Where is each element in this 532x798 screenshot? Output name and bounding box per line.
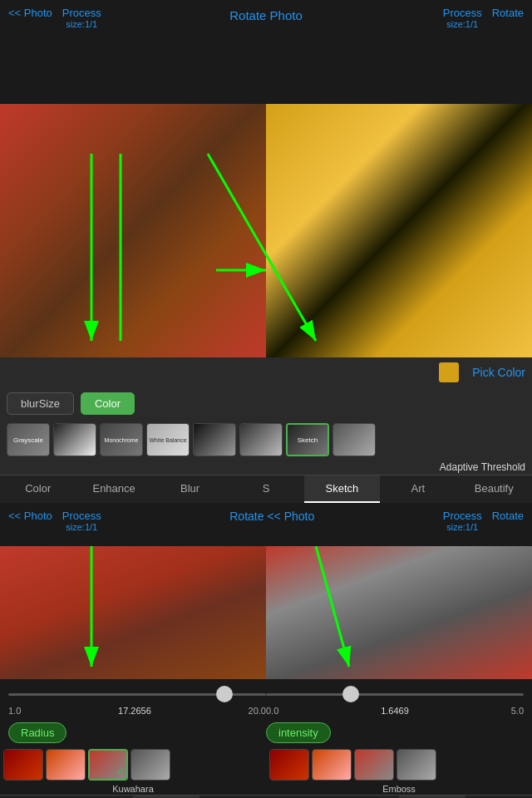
bottom-tab-bar-left: Sketch Art Beautify — [0, 795, 266, 798]
tab-color[interactable]: Color — [0, 475, 76, 503]
filter-thumb-wb[interactable]: White Balance — [146, 423, 190, 456]
tab-blur[interactable]: Blur — [152, 475, 228, 503]
filter-thumb-at1[interactable] — [193, 423, 236, 456]
tab-enhance[interactable]: Enhance — [76, 475, 151, 503]
radius-label-btn[interactable]: Radius — [8, 722, 66, 743]
radius-slider-track-row — [8, 684, 266, 704]
pick-color-row: Pick Color — [0, 357, 532, 387]
intensity-slider-thumb[interactable] — [342, 686, 359, 702]
mid-nav-process-left[interactable]: Process size:1/1 — [62, 510, 101, 532]
bottom-filter-right: Emboss Sketch Art Beautify — [266, 746, 532, 798]
tab-art[interactable]: Art — [380, 475, 456, 503]
bf-thumb-fantasy-left[interactable] — [3, 749, 43, 781]
nav-rotate-right[interactable]: Rotate — [492, 7, 524, 29]
bf-thumb-kuwahara-right[interactable] — [354, 749, 394, 781]
intensity-slider-track[interactable] — [266, 693, 524, 696]
controls-panel: Pick Color blurSize Color Grayscale Mono… — [0, 357, 532, 503]
mid-nav-rotate-right[interactable]: Rotate — [492, 510, 524, 532]
color-toggle[interactable]: Color — [81, 392, 135, 415]
bottom-filter-label-left: Kuwahara — [0, 783, 266, 795]
bf-thumb-hatching-right[interactable] — [397, 749, 436, 781]
mid-nav-bar: << Photo Process size:1/1 Rotate << Phot… — [0, 503, 532, 546]
filter-thumb-2[interactable] — [53, 423, 96, 456]
radius-slider-thumb[interactable] — [216, 686, 233, 702]
svg-line-6 — [208, 154, 316, 341]
main-image-area — [0, 104, 532, 357]
bottom-image-right — [266, 546, 532, 679]
sliders-area: 1.0 17.2656 20.0 0.0 1.6469 5.0 — [0, 679, 532, 722]
color-swatch[interactable] — [439, 362, 459, 382]
bottom-filter-label-right: Emboss — [266, 783, 532, 795]
nav-photo-left[interactable]: << Photo — [8, 7, 52, 29]
tab-sketch[interactable]: Sketch — [304, 475, 380, 503]
arrows-overlay — [0, 104, 532, 357]
radius-slider-container: 1.0 17.2656 20.0 — [8, 684, 266, 717]
bottom-image-left — [0, 546, 266, 679]
bf-thumb-fantasy-right[interactable] — [269, 749, 309, 781]
radius-label-half: Radius — [8, 722, 266, 743]
mid-nav-process-right[interactable]: Process size:1/1 — [443, 510, 482, 532]
bf-thumb-hatching-left[interactable] — [131, 749, 170, 781]
intensity-label-half: intensity — [266, 722, 524, 743]
nav-process-right[interactable]: Process size:1/1 — [443, 7, 482, 29]
intensity-slider-container: 0.0 1.6469 5.0 — [266, 684, 524, 717]
intensity-slider-labels: 0.0 1.6469 5.0 — [266, 704, 524, 717]
radius-slider-track[interactable] — [8, 693, 266, 696]
toggle-row: blurSize Color — [0, 387, 532, 420]
tab-beautify[interactable]: Beautify — [456, 475, 532, 503]
mid-rotate-label: Rotate << Photo — [229, 510, 314, 523]
param-label-row: Radius intensity — [0, 722, 532, 746]
bottom-image-area — [0, 546, 532, 679]
filter-thumb-grayscale[interactable]: Grayscale — [7, 423, 50, 456]
blursize-toggle[interactable]: blurSize — [7, 392, 74, 415]
filter-thumb-sk2[interactable] — [332, 423, 376, 456]
intensity-slider-track-row — [266, 684, 524, 704]
bottom-filter-thumbs-right — [266, 746, 532, 783]
bottom-filter-thumbs-left: ✓ — [0, 746, 266, 783]
bottom-filter-area: ✓ Kuwahara Sketch Art Beautify — [0, 746, 532, 798]
filter-thumb-at2[interactable] — [239, 423, 283, 456]
nav-process-left[interactable]: Process size:1/1 — [62, 7, 101, 29]
filter-thumbs-row: Grayscale Monochrome White Balance Sketc… — [0, 420, 532, 460]
filter-thumb-sketch[interactable]: Sketch — [286, 423, 329, 456]
top-nav-bar: << Photo Process size:1/1 Rotate Photo P… — [0, 0, 532, 50]
bottom-filter-left: ✓ Kuwahara Sketch Art Beautify — [0, 746, 266, 798]
pick-color-label[interactable]: Pick Color — [472, 366, 525, 379]
bf-thumb-smoothtoon-right[interactable] — [312, 749, 352, 781]
adaptive-threshold-label: Adaptive Threshold — [0, 460, 532, 475]
mid-nav-photo-left[interactable]: << Photo — [8, 510, 52, 532]
radius-slider-labels: 1.0 17.2656 20.0 — [8, 704, 266, 717]
filter-tab-bar: Color Enhance Blur S Sketch Art Beautify — [0, 475, 532, 503]
tab-s[interactable]: S — [228, 475, 303, 503]
filter-thumb-mono[interactable]: Monochrome — [100, 423, 143, 456]
bottom-tab-bar-right: Sketch Art Beautify — [266, 795, 532, 798]
page-title: Rotate Photo — [229, 8, 303, 22]
intensity-label-btn[interactable]: intensity — [266, 722, 331, 743]
bf-thumb-smoothtoon-left[interactable] — [46, 749, 86, 781]
bf-thumb-kuwahara-left[interactable]: ✓ — [88, 749, 128, 781]
